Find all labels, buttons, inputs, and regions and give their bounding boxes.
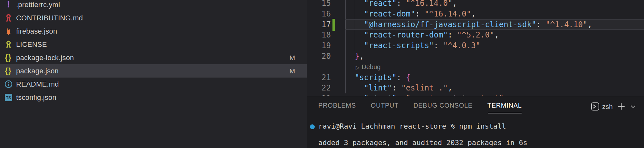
file-row-package.json[interactable]: {}package.jsonM: [0, 64, 307, 78]
line-number: 16: [307, 9, 331, 19]
info-icon: [4, 80, 13, 89]
shell-label: zsh: [602, 103, 613, 111]
file-name: .prettierrc.yml: [16, 1, 60, 9]
panel-tab-bar: PROBLEMSOUTPUTDEBUG CONSOLETERMINAL: [318, 102, 522, 113]
code-text: "lint": "eslint .",: [345, 83, 452, 93]
braces-icon: {}: [4, 67, 13, 76]
code-line-17[interactable]: 17 "@harnessio/ff-javascript-client-sdk"…: [307, 19, 644, 30]
file-row-tsconfig.json[interactable]: TStsconfig.json: [0, 91, 307, 104]
git-modified-badge: M: [290, 51, 295, 64]
panel-tab-problems[interactable]: PROBLEMS: [318, 102, 356, 113]
vscode-window: !.prettierrc.ymlCONTRIBUTING.mdfirebase.…: [0, 0, 644, 148]
terminal-output[interactable]: ravi@Ravi Lachhman react-store % npm ins…: [307, 116, 644, 148]
line-number: 15: [307, 0, 331, 9]
file-name: LICENSE: [16, 40, 47, 49]
code-line-18[interactable]: 18 "react-router-dom": "^5.2.0",: [307, 30, 644, 40]
code-text: "react-scripts": "^4.0.3": [345, 40, 480, 51]
code-line-20[interactable]: 20 },: [307, 51, 644, 62]
git-modified-badge: M: [290, 64, 295, 78]
line-number: 22: [307, 83, 331, 93]
panel-tab-output[interactable]: OUTPUT: [371, 102, 399, 113]
code-text: "scripts": {: [345, 72, 410, 83]
file-name: README.md: [16, 80, 59, 89]
new-terminal-button[interactable]: [617, 102, 626, 111]
line-number: 20: [307, 51, 331, 62]
terminal-line: ravi@Ravi Lachhman react-store % npm ins…: [318, 122, 506, 130]
terminal-icon: [591, 102, 600, 111]
code-line-15[interactable]: 15 "react": "^16.14.0",: [307, 0, 644, 9]
file-name: CONTRIBUTING.md: [16, 14, 83, 22]
file-row-.prettierrc.yml[interactable]: !.prettierrc.yml: [0, 0, 307, 11]
file-row-README.md[interactable]: README.md: [0, 78, 307, 91]
braces-icon: {}: [4, 53, 13, 62]
line-number: 17: [307, 19, 331, 30]
file-name: tsconfig.json: [16, 93, 56, 102]
codelens-label: Debug: [362, 63, 381, 70]
codelens-row: ▷Debug: [307, 62, 644, 72]
ts-icon: TS: [4, 93, 13, 102]
code-line-22[interactable]: 22 "lint": "eslint .",: [307, 83, 644, 93]
code-text: "react": "^16.14.0",: [345, 0, 457, 9]
line-number: 21: [307, 72, 331, 83]
file-row-firebase.json[interactable]: firebase.json: [0, 25, 307, 38]
flame-icon: [4, 27, 13, 36]
file-name: package.json: [16, 67, 59, 75]
terminal-controls: zsh: [591, 102, 636, 111]
line-number: 23: [307, 93, 331, 96]
file-explorer: !.prettierrc.ymlCONTRIBUTING.mdfirebase.…: [0, 0, 307, 148]
code-line-16[interactable]: 16 "react-dom": "^16.14.0",: [307, 9, 644, 19]
code-line-21[interactable]: 21 "scripts": {: [307, 72, 644, 83]
line-number: 19: [307, 40, 331, 51]
panel-tab-terminal[interactable]: TERMINAL: [487, 102, 522, 113]
code-text: "start": "react-scripts start",: [345, 93, 508, 96]
prettier-icon: !: [4, 0, 13, 9]
command-decoration-dot: [310, 124, 315, 129]
ribbon-icon: [4, 14, 13, 23]
file-name: package-lock.json: [16, 54, 74, 62]
bottom-panel: PROBLEMSOUTPUTDEBUG CONSOLETERMINAL zsh: [307, 96, 644, 148]
shell-selector[interactable]: zsh: [591, 102, 613, 111]
code-text: "@harnessio/ff-javascript-client-sdk": "…: [345, 19, 592, 30]
ribbon-icon: [4, 40, 13, 49]
file-row-LICENSE[interactable]: LICENSE: [0, 38, 307, 51]
code-text: "react-dom": "^16.14.0",: [345, 9, 476, 19]
file-row-package-lock.json[interactable]: {}package-lock.jsonM: [0, 51, 307, 64]
file-name: firebase.json: [16, 27, 57, 36]
svg-text:TS: TS: [6, 95, 11, 100]
code-text: "react-router-dom": "^5.2.0",: [345, 30, 499, 40]
codelens-debug-link[interactable]: ▷Debug: [356, 62, 380, 72]
code-editor[interactable]: 15 "react": "^16.14.0",16 "react-dom": "…: [307, 0, 644, 96]
chevron-down-icon[interactable]: [630, 103, 636, 110]
play-outline-icon: ▷: [356, 65, 360, 70]
panel-tab-debug-console[interactable]: DEBUG CONSOLE: [413, 102, 473, 113]
file-row-CONTRIBUTING.md[interactable]: CONTRIBUTING.md: [0, 11, 307, 25]
terminal-line: added 3 packages, and audited 2032 packa…: [318, 139, 527, 147]
code-line-23[interactable]: 23 "start": "react-scripts start",: [307, 93, 644, 96]
code-text: },: [345, 51, 364, 62]
code-line-19[interactable]: 19 "react-scripts": "^4.0.3": [307, 40, 644, 51]
line-number: 18: [307, 30, 331, 40]
